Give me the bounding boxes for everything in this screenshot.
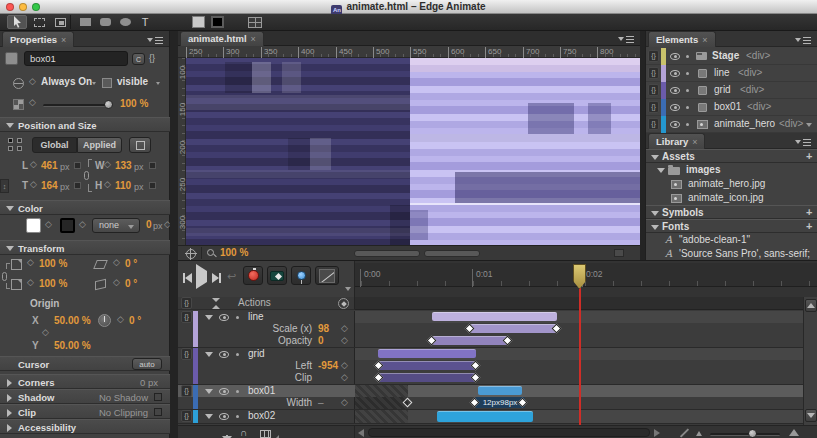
stage-overlay-toggle-button[interactable] — [245, 15, 265, 29]
section-position-and-size[interactable]: Position and Size — [0, 117, 170, 132]
visibility-eye-icon[interactable] — [219, 351, 229, 358]
center-stage-icon[interactable] — [186, 249, 196, 259]
display-dropdown-icon[interactable] — [156, 82, 160, 85]
layer-name[interactable]: box01 — [248, 385, 275, 397]
opacity-slider-track[interactable] — [43, 104, 111, 107]
section-accessibility[interactable]: Accessibility — [0, 419, 170, 434]
element-dropdown-icon[interactable] — [806, 123, 812, 127]
library-font-row[interactable]: A 'Source Sans Pro', sans-serif; — [646, 247, 817, 261]
tab-properties[interactable]: Properties× — [2, 31, 74, 47]
left-checkbox[interactable] — [74, 162, 81, 169]
keyframe-toggle-icon[interactable]: ◇ — [341, 336, 348, 345]
scale-link-chain-icon[interactable] — [2, 272, 7, 281]
go-to-end-button[interactable] — [212, 273, 221, 283]
open-actions-braces-button[interactable]: {} — [181, 385, 192, 397]
element-name[interactable]: Stage — [712, 50, 739, 62]
lock-dot-icon[interactable] — [686, 89, 689, 92]
animation-bar-box01[interactable] — [478, 386, 522, 395]
keyframe-toggle-icon[interactable]: ◇ — [113, 258, 120, 267]
property-value[interactable]: -954 — [318, 360, 338, 372]
visibility-eye-icon[interactable] — [670, 121, 680, 128]
animation-bar-line[interactable] — [432, 312, 557, 321]
layer-group-box02[interactable]: {} box02 — [178, 410, 355, 423]
panel-menu-icon[interactable] — [795, 138, 811, 146]
font-name[interactable]: "adobe-clean-1" — [679, 234, 750, 246]
stage-zoom-level[interactable]: 100 % — [220, 247, 248, 259]
element-row-grid[interactable]: {} grid <div> — [646, 82, 817, 99]
scroll-down-button[interactable] — [805, 409, 817, 422]
opacity-slider-thumb[interactable] — [104, 100, 113, 109]
track-row-scale-x[interactable] — [355, 323, 817, 335]
close-icon[interactable]: × — [61, 35, 66, 45]
left-value[interactable]: 461 — [41, 160, 58, 172]
layer-name[interactable]: box02 — [248, 410, 275, 422]
animation-bar-scale-x[interactable] — [470, 324, 557, 333]
resize-grip-icon[interactable] — [680, 428, 689, 437]
animation-bar-clip[interactable] — [378, 373, 476, 382]
keyframe-toggle-icon[interactable]: ◇ — [104, 180, 111, 189]
property-value[interactable]: – — [318, 397, 324, 409]
applied-coords-button[interactable]: Applied — [77, 137, 122, 153]
track-row-box01[interactable] — [355, 385, 817, 397]
zoom-in-mountain-icon[interactable] — [789, 429, 799, 436]
keyframe-toggle-icon[interactable]: ◇ — [341, 398, 348, 407]
tab-elements[interactable]: Elements× — [648, 31, 716, 47]
disclosure-open-icon[interactable] — [205, 389, 213, 394]
auto-keyframe-button[interactable] — [243, 266, 263, 285]
element-row-stage[interactable]: {} Stage <div> — [646, 48, 817, 65]
cursor-auto-button[interactable]: auto — [132, 358, 162, 370]
height-checkbox[interactable] — [149, 182, 156, 189]
layer-name[interactable]: grid — [248, 348, 265, 360]
visibility-eye-icon[interactable] — [219, 413, 229, 420]
lock-dot-icon[interactable] — [236, 316, 239, 319]
track-row-width[interactable] — [355, 397, 817, 409]
lock-dot-icon[interactable] — [236, 353, 239, 356]
clip-tool-button[interactable] — [50, 15, 70, 29]
visibility-eye-icon[interactable] — [670, 70, 680, 77]
open-actions-braces-button[interactable]: {} — [181, 348, 192, 360]
border-width-value[interactable]: 0 — [146, 219, 152, 231]
element-id-input[interactable] — [24, 51, 128, 66]
element-name[interactable]: box01 — [714, 101, 741, 113]
open-actions-braces-button[interactable]: {} — [648, 118, 659, 130]
zoom-out-mountain-icon[interactable] — [696, 431, 702, 436]
timeline-vscrollbar[interactable] — [803, 297, 817, 425]
open-actions-braces-button[interactable]: {} — [181, 410, 192, 422]
library-folder-images[interactable]: images — [646, 163, 817, 177]
keyframe-toggle-icon[interactable]: ◇ — [117, 315, 124, 324]
element-row-animate-hero[interactable]: {} animate_hero <div> — [646, 116, 817, 133]
close-icon[interactable]: × — [692, 137, 697, 147]
open-actions-braces-button[interactable]: {} — [648, 67, 659, 79]
return-button[interactable]: ↩ — [227, 270, 236, 283]
layout-defaults-button[interactable] — [129, 137, 151, 153]
keyframe-toggle-icon[interactable]: ◇ — [113, 278, 120, 287]
easing-button[interactable] — [315, 266, 339, 285]
visibility-eye-icon[interactable] — [219, 314, 229, 321]
keyframe-toggle-icon[interactable]: ◇ — [341, 373, 348, 382]
font-name[interactable]: 'Source Sans Pro', sans-serif; — [679, 248, 810, 260]
disclosure-open-icon[interactable] — [205, 315, 213, 320]
clip-toggle[interactable] — [154, 408, 162, 416]
keyframe-toggle-icon[interactable]: ◇ — [79, 220, 86, 229]
library-file-row[interactable]: animate_hero.jpg — [646, 177, 817, 191]
ellipse-tool-button[interactable] — [115, 15, 135, 29]
open-actions-braces-button[interactable]: {} — [648, 84, 659, 96]
overflow-value[interactable]: Always On — [41, 76, 92, 88]
keyframe-toggle-icon[interactable]: ◇ — [27, 278, 34, 287]
lock-dot-icon[interactable] — [236, 415, 239, 418]
auto-transition-button[interactable] — [267, 266, 287, 285]
visibility-eye-icon[interactable] — [219, 388, 229, 395]
lock-dot-icon[interactable] — [686, 106, 689, 109]
skew-x-value[interactable]: 0 ° — [125, 258, 137, 270]
element-color-chip[interactable] — [5, 52, 18, 65]
height-value[interactable]: 110 — [115, 180, 131, 192]
snapping-magnet-icon[interactable]: ∩ — [240, 427, 247, 438]
top-checkbox[interactable] — [74, 182, 81, 189]
shadow-toggle[interactable] — [154, 393, 162, 401]
animation-bar-grid[interactable] — [378, 349, 476, 358]
property-value[interactable]: 98 — [318, 323, 329, 335]
css-class-button[interactable]: C — [132, 53, 145, 65]
element-name[interactable]: animate_hero — [714, 118, 775, 130]
open-actions-braces-button[interactable]: {} — [181, 311, 192, 323]
open-actions-braces-button[interactable]: {} — [149, 53, 155, 63]
